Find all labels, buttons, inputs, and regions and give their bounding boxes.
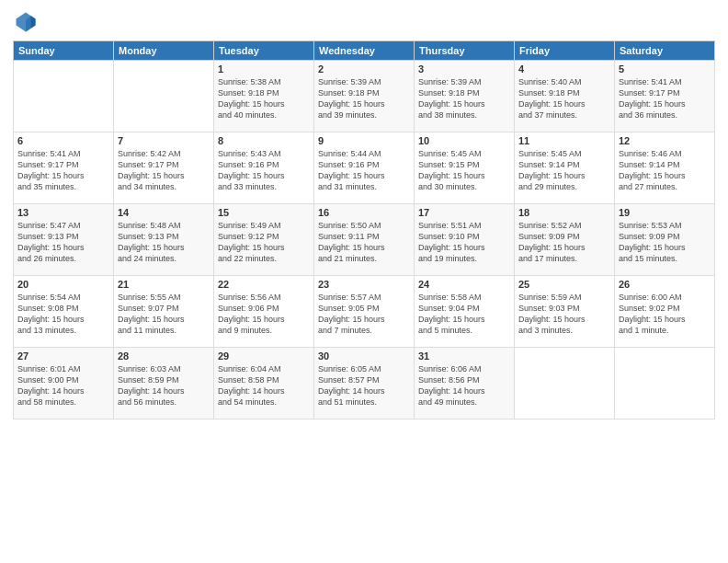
day-info: Sunrise: 6:03 AM Sunset: 8:59 PM Dayligh… [118,363,210,408]
day-number: 9 [318,135,410,146]
calendar-cell: 3Sunrise: 5:39 AM Sunset: 9:18 PM Daylig… [415,61,515,132]
logo [13,9,42,35]
day-info: Sunrise: 5:40 AM Sunset: 9:18 PM Dayligh… [518,76,610,121]
calendar-week-row: 27Sunrise: 6:01 AM Sunset: 9:00 PM Dayli… [14,348,715,419]
calendar-cell: 17Sunrise: 5:51 AM Sunset: 9:10 PM Dayli… [415,204,515,276]
day-info: Sunrise: 5:50 AM Sunset: 9:11 PM Dayligh… [318,220,410,265]
calendar-cell: 31Sunrise: 6:06 AM Sunset: 8:56 PM Dayli… [415,348,515,419]
calendar-cell: 4Sunrise: 5:40 AM Sunset: 9:18 PM Daylig… [515,61,615,132]
day-info: Sunrise: 5:56 AM Sunset: 9:06 PM Dayligh… [218,292,310,337]
day-number: 17 [418,207,510,218]
calendar-day-header: Friday [515,41,615,61]
day-info: Sunrise: 5:55 AM Sunset: 9:07 PM Dayligh… [118,292,210,337]
day-number: 16 [318,207,410,218]
day-info: Sunrise: 5:38 AM Sunset: 9:18 PM Dayligh… [218,76,310,121]
calendar-cell: 11Sunrise: 5:45 AM Sunset: 9:14 PM Dayli… [515,132,615,204]
day-number: 22 [218,279,310,290]
calendar-cell: 26Sunrise: 6:00 AM Sunset: 9:02 PM Dayli… [615,276,715,348]
day-info: Sunrise: 5:58 AM Sunset: 9:04 PM Dayligh… [418,292,510,337]
day-info: Sunrise: 5:59 AM Sunset: 9:03 PM Dayligh… [518,292,610,337]
calendar-cell: 28Sunrise: 6:03 AM Sunset: 8:59 PM Dayli… [114,348,214,419]
day-info: Sunrise: 5:45 AM Sunset: 9:15 PM Dayligh… [418,148,510,193]
header [13,9,715,35]
calendar-cell: 5Sunrise: 5:41 AM Sunset: 9:17 PM Daylig… [615,61,715,132]
day-number: 19 [619,207,711,218]
calendar-cell: 22Sunrise: 5:56 AM Sunset: 9:06 PM Dayli… [214,276,314,348]
day-info: Sunrise: 6:06 AM Sunset: 8:56 PM Dayligh… [418,363,510,408]
calendar-cell: 18Sunrise: 5:52 AM Sunset: 9:09 PM Dayli… [515,204,615,276]
calendar-day-header: Tuesday [214,41,314,61]
calendar-week-row: 13Sunrise: 5:47 AM Sunset: 9:13 PM Dayli… [14,204,715,276]
day-number: 2 [318,63,410,75]
calendar-day-header: Wednesday [314,41,415,61]
calendar-cell: 21Sunrise: 5:55 AM Sunset: 9:07 PM Dayli… [114,276,214,348]
day-info: Sunrise: 5:51 AM Sunset: 9:10 PM Dayligh… [418,220,510,265]
calendar-day-header: Sunday [14,41,114,61]
calendar-day-header: Saturday [615,41,715,61]
day-number: 6 [17,135,109,146]
day-number: 31 [418,350,510,362]
calendar-day-header: Monday [114,41,214,61]
day-info: Sunrise: 5:47 AM Sunset: 9:13 PM Dayligh… [17,220,109,265]
day-number: 13 [17,207,109,218]
day-number: 18 [518,207,610,218]
day-info: Sunrise: 6:05 AM Sunset: 8:57 PM Dayligh… [318,363,410,408]
day-number: 10 [418,135,510,146]
day-info: Sunrise: 5:54 AM Sunset: 9:08 PM Dayligh… [17,292,109,337]
calendar-cell [615,348,715,419]
day-info: Sunrise: 5:42 AM Sunset: 9:17 PM Dayligh… [118,148,210,193]
day-number: 11 [518,135,610,146]
day-number: 15 [218,207,310,218]
calendar-cell: 29Sunrise: 6:04 AM Sunset: 8:58 PM Dayli… [214,348,314,419]
day-info: Sunrise: 5:46 AM Sunset: 9:14 PM Dayligh… [619,148,711,193]
day-number: 21 [118,279,210,290]
day-number: 4 [518,63,610,75]
calendar-cell [114,61,214,132]
calendar-cell: 23Sunrise: 5:57 AM Sunset: 9:05 PM Dayli… [314,276,415,348]
day-number: 8 [218,135,310,146]
day-number: 7 [118,135,210,146]
day-info: Sunrise: 5:53 AM Sunset: 9:09 PM Dayligh… [619,220,711,265]
page: SundayMondayTuesdayWednesdayThursdayFrid… [0,0,728,563]
calendar-cell: 20Sunrise: 5:54 AM Sunset: 9:08 PM Dayli… [14,276,114,348]
day-info: Sunrise: 5:39 AM Sunset: 9:18 PM Dayligh… [418,76,510,121]
day-info: Sunrise: 5:44 AM Sunset: 9:16 PM Dayligh… [318,148,410,193]
day-info: Sunrise: 6:00 AM Sunset: 9:02 PM Dayligh… [619,292,711,337]
day-number: 23 [318,279,410,290]
day-info: Sunrise: 5:49 AM Sunset: 9:12 PM Dayligh… [218,220,310,265]
day-number: 29 [218,350,310,362]
day-info: Sunrise: 5:41 AM Sunset: 9:17 PM Dayligh… [17,148,109,193]
calendar-week-row: 1Sunrise: 5:38 AM Sunset: 9:18 PM Daylig… [14,61,715,132]
calendar-cell: 15Sunrise: 5:49 AM Sunset: 9:12 PM Dayli… [214,204,314,276]
calendar-cell: 6Sunrise: 5:41 AM Sunset: 9:17 PM Daylig… [14,132,114,204]
day-info: Sunrise: 6:01 AM Sunset: 9:00 PM Dayligh… [17,363,109,408]
day-info: Sunrise: 6:04 AM Sunset: 8:58 PM Dayligh… [218,363,310,408]
day-number: 5 [619,63,711,75]
day-info: Sunrise: 5:41 AM Sunset: 9:17 PM Dayligh… [619,76,711,121]
calendar-cell: 9Sunrise: 5:44 AM Sunset: 9:16 PM Daylig… [314,132,415,204]
day-number: 24 [418,279,510,290]
calendar-day-header: Thursday [415,41,515,61]
calendar-cell: 27Sunrise: 6:01 AM Sunset: 9:00 PM Dayli… [14,348,114,419]
calendar-cell: 10Sunrise: 5:45 AM Sunset: 9:15 PM Dayli… [415,132,515,204]
calendar-cell: 12Sunrise: 5:46 AM Sunset: 9:14 PM Dayli… [615,132,715,204]
day-number: 20 [17,279,109,290]
calendar-cell: 30Sunrise: 6:05 AM Sunset: 8:57 PM Dayli… [314,348,415,419]
calendar-cell: 16Sunrise: 5:50 AM Sunset: 9:11 PM Dayli… [314,204,415,276]
day-info: Sunrise: 5:43 AM Sunset: 9:16 PM Dayligh… [218,148,310,193]
calendar-cell: 2Sunrise: 5:39 AM Sunset: 9:18 PM Daylig… [314,61,415,132]
day-number: 27 [17,350,109,362]
logo-icon [13,9,39,35]
calendar-cell: 14Sunrise: 5:48 AM Sunset: 9:13 PM Dayli… [114,204,214,276]
calendar-cell: 8Sunrise: 5:43 AM Sunset: 9:16 PM Daylig… [214,132,314,204]
day-number: 26 [619,279,711,290]
day-info: Sunrise: 5:52 AM Sunset: 9:09 PM Dayligh… [518,220,610,265]
day-info: Sunrise: 5:45 AM Sunset: 9:14 PM Dayligh… [518,148,610,193]
calendar-cell [515,348,615,419]
calendar-cell: 25Sunrise: 5:59 AM Sunset: 9:03 PM Dayli… [515,276,615,348]
day-number: 1 [218,63,310,75]
day-number: 28 [118,350,210,362]
calendar-week-row: 20Sunrise: 5:54 AM Sunset: 9:08 PM Dayli… [14,276,715,348]
day-number: 25 [518,279,610,290]
calendar-header-row: SundayMondayTuesdayWednesdayThursdayFrid… [14,41,715,61]
